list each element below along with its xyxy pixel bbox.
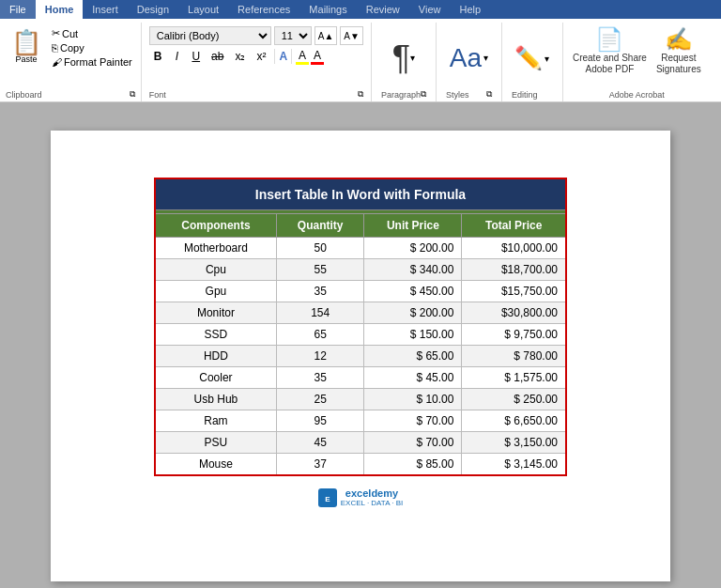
- table-row: SSD65$ 150.00$ 9,750.00: [155, 324, 566, 346]
- table-cell-8-1: 95: [276, 410, 364, 432]
- tab-review[interactable]: Review: [357, 0, 409, 19]
- request-signatures-button[interactable]: ✍️ RequestSignatures: [656, 26, 701, 75]
- highlight-button[interactable]: A: [296, 49, 309, 65]
- styles-group: Aa ▾ Styles ⧉: [437, 23, 502, 101]
- table-cell-3-3: $30,800.00: [462, 302, 566, 324]
- cut-button[interactable]: ✂ Cut: [49, 26, 135, 40]
- table-cell-9-0: PSU: [155, 432, 276, 454]
- table-cell-3-0: Monitor: [155, 302, 276, 324]
- table-row: Cooler35$ 45.00$ 1,575.00: [155, 367, 566, 389]
- font-color-bar: [311, 62, 324, 65]
- text-effect-button[interactable]: A: [279, 50, 287, 63]
- clipboard-top: 📋 Paste ✂ Cut ⎘ Copy 🖌 Format Painter: [6, 26, 135, 69]
- tab-home[interactable]: Home: [36, 0, 84, 19]
- table-cell-1-3: $18,700.00: [462, 259, 566, 281]
- table-cell-4-1: 65: [276, 324, 364, 346]
- tab-mailings[interactable]: Mailings: [299, 0, 356, 19]
- styles-icon[interactable]: Aa: [450, 43, 482, 73]
- bold-button[interactable]: B: [149, 48, 167, 65]
- styles-expand-icon[interactable]: ⧉: [486, 89, 492, 100]
- font-separator: [274, 49, 275, 64]
- tab-layout[interactable]: Layout: [178, 0, 228, 19]
- table-row: Motherboard50$ 200.00$10,000.00: [155, 238, 566, 259]
- styles-label: Styles: [446, 90, 469, 100]
- watermark-text: exceldemy EXCEL · DATA · BI: [341, 487, 404, 507]
- table-header-cell-2: Unit Price: [364, 214, 462, 238]
- editing-label: Editing: [512, 90, 538, 100]
- font-label: Font: [149, 90, 166, 100]
- italic-button[interactable]: I: [168, 48, 185, 65]
- table-cell-1-0: Cpu: [155, 259, 276, 281]
- table-row: PSU45$ 70.00$ 3,150.00: [155, 432, 566, 454]
- table-cell-1-2: $ 340.00: [364, 259, 462, 281]
- font-footer: Font ⧉: [149, 89, 363, 101]
- font-expand-icon[interactable]: ⧉: [358, 89, 363, 100]
- font-family-select[interactable]: Calibri (Body): [149, 26, 271, 45]
- table-cell-10-0: Mouse: [155, 454, 276, 476]
- tab-references[interactable]: References: [228, 0, 299, 19]
- paragraph-icon[interactable]: ¶: [392, 39, 410, 78]
- clipboard-expand-icon[interactable]: ⧉: [130, 89, 135, 100]
- adobe-label: Adobe Acrobat: [609, 90, 665, 100]
- table-cell-0-0: Motherboard: [155, 238, 276, 259]
- editing-dropdown-icon[interactable]: ▾: [545, 54, 549, 64]
- tab-insert[interactable]: Insert: [83, 0, 128, 19]
- create-share-pdf-icon: 📄: [595, 26, 623, 53]
- table-cell-8-3: $ 6,650.00: [462, 410, 566, 432]
- tab-design[interactable]: Design: [128, 0, 178, 19]
- table-cell-6-1: 35: [276, 367, 364, 389]
- clipboard-label: Clipboard: [6, 90, 42, 100]
- paragraph-icon-area: ¶ ▾: [392, 26, 415, 89]
- request-signatures-label: RequestSignatures: [656, 53, 701, 75]
- subscript-button[interactable]: x₂: [230, 48, 250, 65]
- table-row: Usb Hub25$ 10.00$ 250.00: [155, 389, 566, 410]
- table-title-cell: Insert Table In Word with Formula: [155, 178, 566, 210]
- font-color-button[interactable]: A: [311, 49, 324, 65]
- tab-help[interactable]: Help: [450, 0, 490, 19]
- table-row: Gpu35$ 450.00$15,750.00: [155, 281, 566, 302]
- clipboard-group: 📋 Paste ✂ Cut ⎘ Copy 🖌 Format Painter: [0, 23, 142, 101]
- copy-button[interactable]: ⎘ Copy: [49, 41, 135, 54]
- paragraph-dropdown-icon[interactable]: ▾: [410, 53, 415, 63]
- format-painter-button[interactable]: 🖌 Format Painter: [49, 55, 135, 69]
- copy-icon: ⎘: [52, 42, 58, 54]
- word-table: Insert Table In Word with FormulaCompone…: [154, 178, 567, 476]
- decrease-font-button[interactable]: A▼: [340, 26, 363, 45]
- tab-view[interactable]: View: [409, 0, 451, 19]
- ribbon: 📋 Paste ✂ Cut ⎘ Copy 🖌 Format Painter: [0, 19, 721, 102]
- font-size-select[interactable]: 11: [274, 26, 312, 45]
- table-cell-9-2: $ 70.00: [364, 432, 462, 454]
- table-row: HDD12$ 65.00$ 780.00: [155, 346, 566, 367]
- create-share-pdf-button[interactable]: 📄 Create and ShareAdobe PDF: [573, 26, 647, 75]
- superscript-button[interactable]: x²: [252, 48, 270, 65]
- request-signatures-icon: ✍️: [665, 26, 693, 53]
- strikethrough-button[interactable]: ab: [207, 48, 228, 65]
- editing-icon[interactable]: ✏️: [514, 45, 543, 71]
- create-share-label: Create and ShareAdobe PDF: [573, 53, 647, 75]
- styles-dropdown-icon[interactable]: ▾: [483, 53, 488, 63]
- highlight-icon: A: [299, 49, 306, 62]
- watermark-brand: exceldemy: [341, 487, 404, 499]
- paste-button[interactable]: 📋 Paste: [6, 26, 47, 69]
- underline-button[interactable]: U: [187, 48, 205, 65]
- tab-file[interactable]: File: [0, 0, 36, 19]
- clipboard-footer: Clipboard ⧉: [6, 89, 135, 101]
- table-cell-10-1: 37: [276, 454, 364, 476]
- table-cell-2-0: Gpu: [155, 281, 276, 302]
- watermark-subtext: EXCEL · DATA · BI: [341, 499, 404, 507]
- editing-group: ✏️ ▾ Editing: [502, 23, 563, 101]
- cut-icon: ✂: [52, 27, 60, 39]
- table-cell-9-3: $ 3,150.00: [462, 432, 566, 454]
- table-cell-6-3: $ 1,575.00: [462, 367, 566, 389]
- adobe-footer: Adobe Acrobat: [573, 90, 701, 101]
- table-cell-4-3: $ 9,750.00: [462, 324, 566, 346]
- table-cell-3-1: 154: [276, 302, 364, 324]
- table-cell-0-2: $ 200.00: [364, 238, 462, 259]
- paragraph-expand-icon[interactable]: ⧉: [421, 89, 426, 100]
- table-header-cell-1: Quantity: [276, 214, 364, 238]
- tab-bar: File Home Insert Design Layout Reference…: [0, 0, 721, 19]
- document-page: Insert Table In Word with FormulaCompone…: [51, 131, 670, 581]
- table-row: Cpu55$ 340.00$18,700.00: [155, 259, 566, 281]
- increase-font-button[interactable]: A▲: [314, 26, 338, 45]
- document-area: Insert Table In Word with FormulaCompone…: [0, 102, 721, 588]
